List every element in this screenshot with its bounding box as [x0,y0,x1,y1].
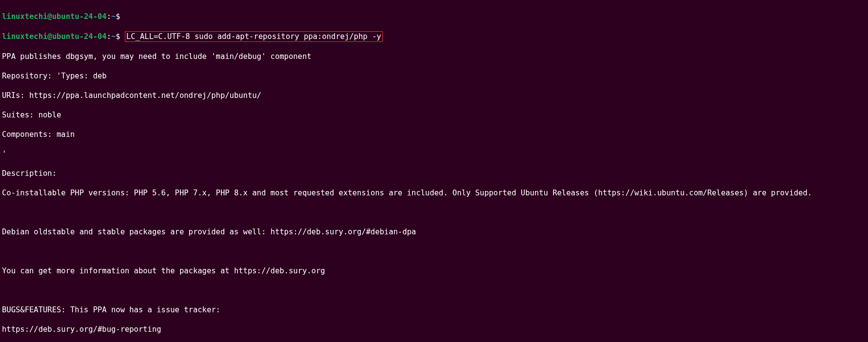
output-line: You can get more information about the p… [2,266,866,276]
command-text: LC_ALL=C.UTF-8 sudo add-apt-repository p… [126,32,381,41]
output-line: URIs: https://ppa.launchpadcontent.net/o… [2,91,866,100]
output-line: Suites: noble [2,110,866,120]
prompt-cwd: ~ [111,32,116,41]
output-line [2,247,866,256]
output-line: https://deb.sury.org/#bug-reporting [2,324,866,334]
output-line: Debian oldstable and stable packages are… [2,227,866,237]
output-line: ' [2,149,866,159]
output-line: PPA publishes dbgsym, you may need to in… [2,52,866,61]
prompt-colon: : [107,12,111,21]
prompt-cwd: ~ [111,12,116,21]
output-line: Co-installable PHP versions: PHP 5.6, PH… [2,188,866,198]
prompt-symbol: $ [116,12,120,21]
prompt-line-command: linuxtechi@ubuntu-24-04:~$ LC_ALL=C.UTF-… [2,31,866,42]
output-line [2,208,866,217]
prompt-user-host: linuxtechi@ubuntu-24-04 [2,12,107,21]
command-highlight: LC_ALL=C.UTF-8 sudo add-apt-repository p… [125,31,383,42]
prompt-colon: : [107,32,111,41]
terminal[interactable]: linuxtechi@ubuntu-24-04:~$ linuxtechi@ub… [0,0,868,342]
output-line: Description: [2,169,866,178]
prompt-symbol: $ [116,32,120,41]
output-line: BUGS&FEATURES: This PPA now has a issue … [2,305,866,315]
output-line: Repository: 'Types: deb [2,71,866,81]
output-line [2,285,866,295]
prompt-line-empty: linuxtechi@ubuntu-24-04:~$ [2,12,866,21]
output-line: Components: main [2,130,866,139]
prompt-user-host: linuxtechi@ubuntu-24-04 [2,32,107,41]
